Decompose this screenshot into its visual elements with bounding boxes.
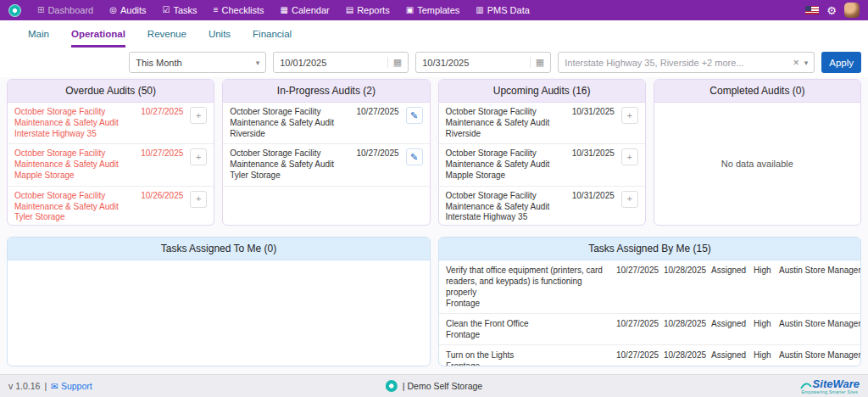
task-row[interactable]: Turn on the Lights Frontage 10/27/2025 1… — [439, 345, 860, 366]
task-assignee: Austin Store Manager — [779, 349, 860, 366]
in-progress-audits-card: In-Progress Audits (2) October Storage F… — [222, 79, 430, 226]
nav-label: Checklists — [221, 5, 264, 15]
siteware-tagline: Empowering Smarter Sites — [801, 390, 858, 394]
plus-icon: + — [627, 110, 632, 120]
audit-title: October Storage Facility Maintenance & S… — [446, 107, 567, 129]
filter-bar: This Month ▾ ▦ ▦ Interstate Highway 35, … — [0, 48, 868, 77]
plus-icon: + — [196, 152, 201, 162]
task-start-date: 10/27/2025 — [616, 318, 659, 340]
app-logo-icon — [8, 4, 21, 17]
tasks-icon: ☑ — [163, 6, 170, 14]
end-date-input[interactable] — [422, 58, 517, 68]
siteware-logo-text: SiteWare — [813, 378, 860, 389]
nav-item-dashboard[interactable]: ⊞ Dashboard — [37, 5, 93, 15]
audit-location: Mapple Storage — [446, 171, 567, 182]
tasks-by-me-list: Verify that office equipment (printers, … — [439, 260, 860, 366]
audit-title: October Storage Facility Maintenance & S… — [14, 148, 136, 171]
settings-gear-icon[interactable]: ⚙ — [826, 5, 837, 16]
audit-title: October Storage Facility Maintenance & S… — [230, 148, 351, 171]
plus-icon: + — [627, 193, 632, 204]
period-select[interactable]: This Month ▾ — [129, 52, 266, 73]
plus-icon: + — [196, 193, 201, 204]
empty-state-text: No data available — [654, 103, 860, 225]
nav-item-checklists[interactable]: ≡ Checklists — [214, 5, 264, 15]
assign-audit-button[interactable]: + — [190, 148, 207, 165]
calendar-picker-icon[interactable]: ▦ — [530, 57, 544, 68]
support-link-label: Support — [61, 381, 92, 391]
task-due-date: 10/28/2025 — [664, 349, 707, 366]
pencil-icon: ✎ — [410, 110, 418, 120]
audit-location: Riverside — [446, 129, 567, 140]
task-row[interactable]: Verify that office equipment (printers, … — [439, 260, 860, 314]
audit-location: Interstate Highway 35 — [14, 129, 136, 140]
nav-label: Reports — [357, 5, 390, 15]
edit-audit-button[interactable]: ✎ — [406, 107, 423, 124]
card-title: Completed Audits (0) — [654, 80, 860, 103]
task-status: Assigned — [711, 318, 749, 340]
nav-label: Tasks — [174, 5, 198, 15]
nav-item-pms-data[interactable]: ▥ PMS Data — [476, 5, 530, 15]
language-flag-icon[interactable] — [805, 6, 819, 14]
nav-item-audits[interactable]: ◎ Audits — [109, 5, 146, 15]
card-title: Upcoming Audits (16) — [439, 80, 645, 103]
audit-date: 10/31/2025 — [572, 107, 616, 139]
assign-audit-button[interactable]: + — [190, 191, 207, 208]
task-status: Assigned — [711, 349, 749, 366]
task-assignee: Austin Store Manager — [779, 318, 860, 340]
audit-date: 10/31/2025 — [572, 191, 616, 223]
task-start-date: 10/27/2025 — [616, 265, 659, 309]
location-multiselect[interactable]: Interstate Highway 35, Riverside +2 more… — [558, 52, 815, 73]
assign-audit-button[interactable]: + — [621, 107, 638, 124]
location-multiselect-value: Interstate Highway 35, Riverside +2 more… — [565, 58, 743, 68]
user-avatar[interactable] — [844, 3, 860, 18]
tab-revenue[interactable]: Revenue — [147, 20, 186, 48]
nav-item-templates[interactable]: ▣ Templates — [406, 5, 460, 15]
task-status: Assigned — [711, 265, 749, 309]
templates-icon: ▣ — [406, 6, 414, 14]
audit-list-item: October Storage Facility Maintenance & S… — [439, 187, 645, 225]
audit-location: Interstate Highway 35 — [446, 212, 567, 223]
assign-audit-button[interactable]: + — [190, 107, 207, 124]
dashboard-tabs: Main Operational Revenue Units Financial — [0, 20, 868, 48]
nav-label: PMS Data — [487, 5, 530, 15]
apply-button[interactable]: Apply — [821, 52, 861, 73]
tab-units[interactable]: Units — [209, 20, 231, 48]
chevron-down-icon: ▾ — [256, 59, 260, 67]
nav-item-calendar[interactable]: ▦ Calendar — [281, 5, 330, 15]
chevron-down-icon: ▾ — [804, 59, 809, 67]
upcoming-audits-list: October Storage Facility Maintenance & S… — [439, 103, 645, 225]
task-location: Frontage — [446, 361, 612, 366]
end-date-field: ▦ — [415, 52, 551, 73]
assign-audit-button[interactable]: + — [621, 191, 638, 208]
assign-audit-button[interactable]: + — [621, 148, 638, 165]
tab-operational[interactable]: Operational — [71, 20, 125, 48]
calendar-picker-icon[interactable]: ▦ — [387, 57, 402, 68]
nav-item-reports[interactable]: ▤ Reports — [346, 5, 390, 15]
nav-item-tasks[interactable]: ☑ Tasks — [163, 5, 198, 15]
clear-selection-icon[interactable]: × — [793, 57, 799, 69]
audit-list-item: October Storage Facility Maintenance & S… — [439, 144, 645, 186]
card-title: Tasks Assigned By Me (15) — [439, 238, 860, 260]
tab-financial[interactable]: Financial — [253, 20, 292, 48]
tab-main[interactable]: Main — [28, 20, 49, 48]
overdue-audits-card: Overdue Audits (50) October Storage Faci… — [7, 79, 214, 226]
start-date-input[interactable] — [280, 58, 375, 68]
siteware-swoosh-icon — [800, 383, 812, 389]
nav-label: Calendar — [292, 5, 330, 15]
edit-audit-button[interactable]: ✎ — [406, 148, 423, 165]
tasks-assigned-to-me-card: Tasks Assigned To Me (0) — [7, 237, 431, 366]
audit-location: Tyler Storage — [14, 212, 136, 223]
task-row[interactable]: Clean the Front Office Frontage 10/27/20… — [439, 314, 860, 345]
support-link[interactable]: ✉ Support — [51, 381, 92, 391]
pms-data-icon: ▥ — [476, 6, 483, 14]
audit-date: 10/27/2025 — [357, 107, 401, 139]
calendar-icon: ▦ — [281, 6, 288, 14]
audit-list-item: October Storage Facility Maintenance & S… — [223, 103, 429, 144]
card-title: Tasks Assigned To Me (0) — [8, 238, 430, 260]
company-logo-icon — [386, 380, 398, 392]
nav-label: Dashboard — [47, 5, 93, 15]
audit-date: 10/31/2025 — [572, 148, 616, 181]
audit-date: 10/27/2025 — [141, 148, 185, 181]
audit-title: October Storage Facility Maintenance & S… — [446, 191, 567, 213]
audit-location: Tyler Storage — [230, 171, 351, 182]
